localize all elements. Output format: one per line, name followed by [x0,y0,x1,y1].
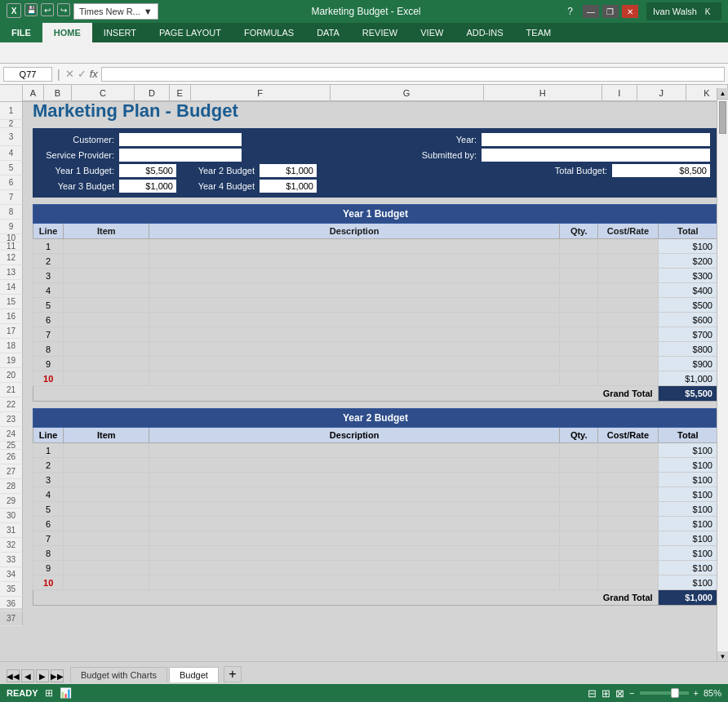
year1-total-1[interactable]: $100 [658,239,717,254]
tab-team[interactable]: TEAM [515,23,563,42]
tab-data[interactable]: DATA [305,23,351,42]
row-num-24[interactable]: 24 [0,427,23,442]
row-num-20[interactable]: 20 [0,368,23,383]
row-num-2[interactable]: 2 [0,120,23,128]
row-num-15[interactable]: 15 [0,295,23,309]
add-sheet-button[interactable]: + [224,666,242,682]
year2-item-5[interactable] [64,502,149,517]
year2-line-6[interactable]: 6 [33,517,64,531]
year2-line-7[interactable]: 7 [33,531,64,546]
col-header-E[interactable]: E [170,85,191,101]
customer-input[interactable] [119,133,242,146]
year1-rate-9[interactable] [598,357,658,371]
row-num-13[interactable]: 13 [0,265,23,280]
year1-item-10[interactable] [64,371,149,386]
font-dropdown-icon[interactable]: ▼ [144,7,153,16]
year1-rate-4[interactable] [598,283,658,298]
redo-icon[interactable]: ↪ [57,3,70,16]
year2-qty-10[interactable] [560,575,598,590]
tab-home[interactable]: HOME [42,23,92,42]
year2-rate-2[interactable] [598,458,658,473]
year1-qty-1[interactable] [560,239,598,254]
row-num-27[interactable]: 27 [0,464,23,479]
year2-item-6[interactable] [64,517,149,531]
year2-line-10[interactable]: 10 [33,575,64,590]
row-num-11[interactable]: 11 [0,242,23,251]
year1-qty-4[interactable] [560,283,598,298]
year2-qty-1[interactable] [560,443,598,458]
formula-input[interactable] [101,67,725,82]
row-num-37[interactable]: 37 [0,611,23,626]
tab-page-layout[interactable]: PAGE LAYOUT [148,23,233,42]
year1-desc-3[interactable] [149,269,560,283]
tab-addins[interactable]: ADD-INS [455,23,514,42]
row-num-8[interactable]: 8 [0,205,23,220]
year1-item-6[interactable] [64,313,149,327]
row-num-3[interactable]: 3 [0,128,23,146]
year1-desc-8[interactable] [149,342,560,357]
year2-desc-7[interactable] [149,531,560,546]
insert-function-icon[interactable]: fx [90,68,98,80]
service-provider-input[interactable] [119,149,242,162]
year2-line-1[interactable]: 1 [33,443,64,458]
year2-total-7[interactable]: $100 [658,531,717,546]
year1-rate-6[interactable] [598,313,658,327]
year2-total-9[interactable]: $100 [658,561,717,575]
save-icon[interactable]: 💾 [24,3,38,16]
zoom-slider[interactable] [640,691,689,695]
year1-item-1[interactable] [64,239,149,254]
row-num-29[interactable]: 29 [0,494,23,509]
year1-total-7[interactable]: $700 [658,327,717,342]
zoom-level[interactable]: 85% [704,688,721,698]
year1-qty-9[interactable] [560,357,598,371]
year2-item-7[interactable] [64,531,149,546]
row-num-4[interactable]: 4 [0,146,23,161]
year2-item-3[interactable] [64,473,149,487]
year2-item-1[interactable] [64,443,149,458]
year2-total-8[interactable]: $100 [658,546,717,561]
sheet-nav-prev[interactable]: ◀ [21,669,34,682]
view-normal-icon[interactable]: ⊟ [588,687,597,700]
tab-file[interactable]: FILE [0,23,42,42]
col-header-C[interactable]: C [72,85,135,101]
year1-line-1[interactable]: 1 [33,239,64,254]
row-num-31[interactable]: 31 [0,523,23,538]
year1-item-7[interactable] [64,327,149,342]
year2-rate-4[interactable] [598,487,658,502]
year2-rate-3[interactable] [598,473,658,487]
year1-line-9[interactable]: 9 [33,357,64,371]
year2-qty-5[interactable] [560,502,598,517]
year1-line-4[interactable]: 4 [33,283,64,298]
col-header-J[interactable]: J [637,85,686,101]
year1-total-8[interactable]: $800 [658,342,717,357]
col-header-I[interactable]: I [602,85,637,101]
total-budget-input[interactable] [612,164,710,177]
row-num-30[interactable]: 30 [0,509,23,523]
row-num-36[interactable]: 36 [0,597,23,611]
year2-total-1[interactable]: $100 [658,443,717,458]
year2-total-5[interactable]: $100 [658,502,717,517]
year1-item-4[interactable] [64,283,149,298]
year3-budget-input[interactable] [119,180,176,193]
year1-rate-5[interactable] [598,298,658,313]
year2-rate-6[interactable] [598,517,658,531]
col-header-G[interactable]: G [331,85,484,101]
row-num-18[interactable]: 18 [0,339,23,353]
year1-desc-5[interactable] [149,298,560,313]
scroll-thumb[interactable] [719,101,726,134]
submitted-by-input[interactable] [482,149,710,162]
row-num-23[interactable]: 23 [0,412,23,427]
year1-rate-10[interactable] [598,371,658,386]
year2-qty-6[interactable] [560,517,598,531]
year2-qty-2[interactable] [560,458,598,473]
year2-item-8[interactable] [64,546,149,561]
year1-total-9[interactable]: $900 [658,357,717,371]
col-header-A[interactable]: A [23,85,44,101]
row-num-35[interactable]: 35 [0,582,23,597]
year1-rate-1[interactable] [598,239,658,254]
year1-line-2[interactable]: 2 [33,254,64,269]
year2-item-9[interactable] [64,561,149,575]
year1-qty-5[interactable] [560,298,598,313]
year2-total-3[interactable]: $100 [658,473,717,487]
year2-desc-9[interactable] [149,561,560,575]
